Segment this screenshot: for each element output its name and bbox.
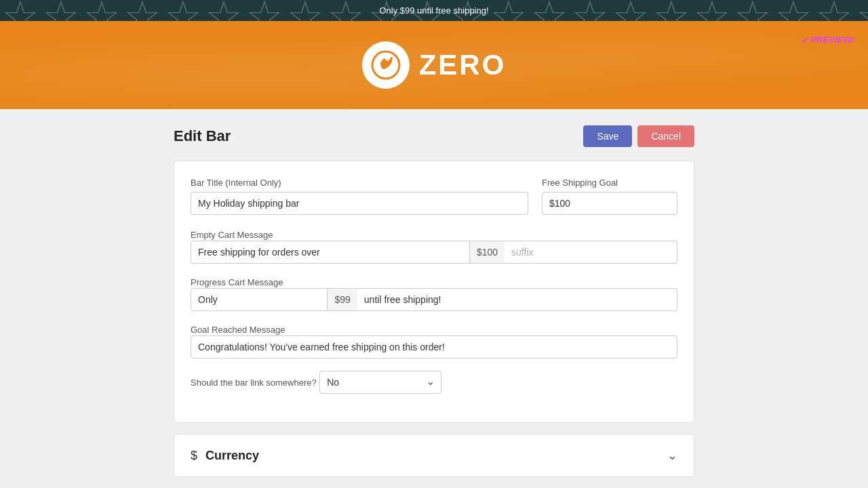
bar-link-label: Should the bar link somewhere?: [191, 378, 317, 388]
site-header: ZERO ↙PREVIEW!: [0, 21, 868, 109]
bar-title-group: Bar Title (Internal Only): [191, 178, 528, 215]
currency-chevron-icon: ⌄: [667, 448, 677, 463]
progress-amount-badge: $99: [328, 288, 357, 311]
bar-link-select-wrapper: No Yes: [319, 371, 441, 394]
empty-cart-message-row: Empty Cart Message $100: [191, 228, 677, 264]
logo-icon: [370, 49, 401, 81]
empty-cart-inline: $100: [191, 241, 677, 264]
logo-circle: [362, 41, 410, 89]
currency-section-left: $ Currency: [191, 449, 259, 463]
page-header: Edit Bar Save Cancel: [174, 125, 694, 147]
free-shipping-goal-label: Free Shipping Goal: [542, 178, 677, 188]
cancel-button[interactable]: Cancel: [637, 125, 694, 147]
free-shipping-goal-input[interactable]: [542, 192, 677, 215]
goal-reached-message-row: Goal Reached Message: [191, 323, 677, 359]
logo-area: ZERO: [362, 41, 507, 89]
currency-section[interactable]: $ Currency ⌄: [174, 434, 694, 477]
row-bar-title-goal: Bar Title (Internal Only) Free Shipping …: [191, 178, 677, 215]
progress-prefix-input[interactable]: [191, 288, 328, 311]
main-content: Edit Bar Save Cancel Bar Title (Internal…: [163, 109, 705, 488]
announcement-bar: Only $99 until free shipping!: [0, 0, 868, 21]
header-buttons: Save Cancel: [583, 125, 694, 147]
free-shipping-goal-group: Free Shipping Goal: [542, 178, 677, 215]
empty-cart-label: Empty Cart Message: [191, 230, 273, 240]
progress-cart-inline: $99: [191, 288, 677, 311]
edit-bar-card: Bar Title (Internal Only) Free Shipping …: [174, 161, 694, 423]
preview-arrow-icon: ↙: [801, 35, 808, 45]
progress-cart-label: Progress Cart Message: [191, 277, 283, 287]
announcement-text: Only $99 until free shipping!: [379, 5, 488, 16]
progress-suffix-input[interactable]: [357, 288, 677, 311]
preview-badge: ↙PREVIEW!: [801, 35, 854, 45]
progress-cart-message-row: Progress Cart Message $99: [191, 276, 677, 311]
logo-text: ZERO: [419, 49, 507, 81]
bar-link-select[interactable]: No Yes: [319, 371, 441, 394]
empty-cart-prefix-input[interactable]: [191, 241, 470, 264]
dollar-icon: $: [191, 449, 197, 463]
bar-title-label: Bar Title (Internal Only): [191, 178, 528, 188]
empty-cart-amount-badge: $100: [470, 241, 505, 264]
goal-reached-input[interactable]: [191, 336, 677, 359]
bar-title-input[interactable]: [191, 192, 528, 215]
empty-cart-suffix-input[interactable]: [505, 241, 677, 264]
save-button[interactable]: Save: [583, 125, 632, 147]
currency-section-title: Currency: [205, 449, 259, 463]
bar-link-row: Should the bar link somewhere? No Yes: [191, 371, 677, 394]
page-title: Edit Bar: [174, 127, 231, 145]
goal-reached-label: Goal Reached Message: [191, 325, 285, 335]
